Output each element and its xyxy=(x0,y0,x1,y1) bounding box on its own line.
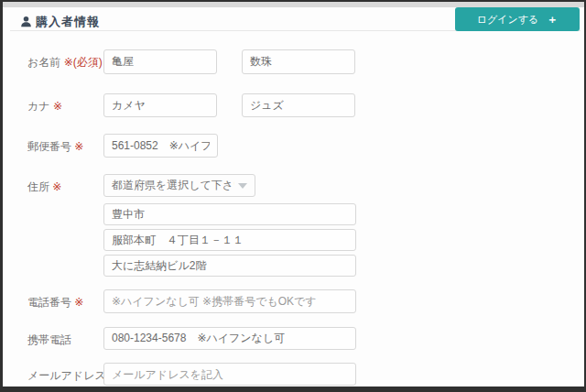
required-mark: ※ xyxy=(52,180,61,193)
building-input[interactable] xyxy=(103,255,356,277)
mobile-input[interactable] xyxy=(103,327,356,350)
mobile-label: 携帯電話 xyxy=(27,332,71,348)
first-name-input[interactable] xyxy=(242,49,355,74)
section-title: 購入者情報 xyxy=(36,14,100,30)
email-input[interactable] xyxy=(103,363,356,386)
plus-icon: ＋ xyxy=(547,12,558,27)
city-input[interactable] xyxy=(103,203,356,225)
prefecture-select[interactable]: 都道府県を選択して下さい xyxy=(103,174,255,197)
required-mark: ※ xyxy=(53,100,62,113)
prefecture-select-value: 都道府県を選択して下さい xyxy=(112,178,234,193)
phone-input[interactable] xyxy=(103,289,356,313)
name-label: お名前 ※(必須) xyxy=(27,55,103,71)
required-mark: ※(必須) xyxy=(64,56,103,69)
phone-label: 電話番号 ※ xyxy=(27,295,83,310)
kana-first-input[interactable] xyxy=(242,93,355,117)
street-input[interactable] xyxy=(103,229,356,251)
kana-last-input[interactable] xyxy=(103,93,217,117)
postal-label: 郵便番号 ※ xyxy=(27,139,83,155)
postal-code-input[interactable] xyxy=(103,134,218,158)
kana-label: カナ ※ xyxy=(27,99,62,114)
user-icon xyxy=(20,15,32,27)
login-button-label: ログインする xyxy=(477,13,539,27)
chevron-down-icon xyxy=(238,183,247,189)
required-mark: ※ xyxy=(74,140,83,153)
screenshot-frame: 購入者情報 ログインする ＋ お名前 ※(必須) カナ ※ 郵便番号 ※ 住所 … xyxy=(0,0,586,392)
last-name-input[interactable] xyxy=(103,49,217,74)
required-mark: ※ xyxy=(74,296,83,309)
login-button[interactable]: ログインする ＋ xyxy=(455,7,580,31)
address-label: 住所 ※ xyxy=(27,180,61,195)
purchaser-info-panel: 購入者情報 ログインする ＋ お名前 ※(必須) カナ ※ 郵便番号 ※ 住所 … xyxy=(3,7,584,387)
